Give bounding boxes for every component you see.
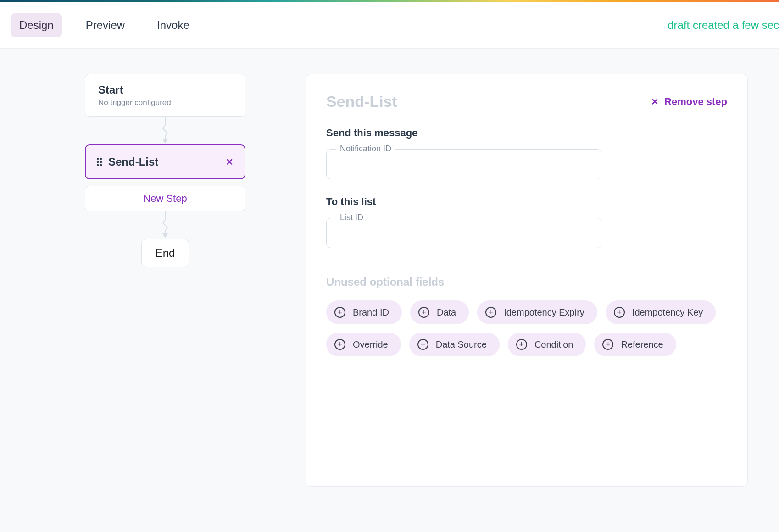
- plus-circle-icon: +: [516, 339, 527, 350]
- step-detail-panel: Send-List ✕ Remove step Send this messag…: [306, 74, 748, 487]
- remove-step-button[interactable]: ✕ Remove step: [651, 96, 727, 108]
- draft-status: draft created a few sec: [668, 19, 779, 32]
- optional-field-chips: + Brand ID + Data + Idempotency Expiry +…: [326, 300, 727, 356]
- plus-circle-icon: +: [614, 307, 625, 318]
- chip-brand-id[interactable]: + Brand ID: [326, 300, 402, 324]
- chip-label: Reference: [621, 339, 663, 350]
- end-node: End: [141, 239, 189, 267]
- start-node-subtitle: No trigger configured: [98, 98, 232, 107]
- chip-label: Data: [437, 307, 456, 318]
- section-to-list: To this list: [326, 196, 727, 208]
- chip-label: Data Source: [436, 339, 487, 350]
- tab-preview[interactable]: Preview: [78, 13, 133, 37]
- chip-data[interactable]: + Data: [410, 300, 469, 324]
- panel-title: Send-List: [326, 93, 397, 111]
- plus-circle-icon: +: [602, 339, 613, 350]
- list-id-input[interactable]: [326, 218, 601, 248]
- list-id-label: List ID: [336, 213, 367, 222]
- chip-label: Condition: [534, 339, 573, 350]
- flow-column: Start No trigger configured Send-List ✕ …: [85, 74, 245, 267]
- close-icon: ✕: [651, 96, 659, 107]
- remove-step-x-icon[interactable]: ✕: [226, 156, 234, 167]
- step-node-title: Send-List: [108, 155, 158, 168]
- chip-data-source[interactable]: + Data Source: [409, 332, 500, 356]
- chip-idempotency-key[interactable]: + Idempotency Key: [606, 300, 716, 324]
- chip-reference[interactable]: + Reference: [594, 332, 676, 356]
- drag-handle-icon[interactable]: [97, 158, 102, 166]
- optional-fields-title: Unused optional fields: [326, 276, 727, 288]
- start-node-title: Start: [98, 83, 232, 96]
- new-step-button[interactable]: New Step: [85, 186, 245, 211]
- chip-label: Brand ID: [353, 307, 389, 318]
- connector-arrow: [165, 211, 166, 239]
- tab-design[interactable]: Design: [11, 13, 62, 37]
- remove-step-label: Remove step: [664, 96, 727, 108]
- plus-circle-icon: +: [417, 339, 428, 350]
- workflow-canvas: Start No trigger configured Send-List ✕ …: [0, 49, 779, 532]
- tab-invoke[interactable]: Invoke: [149, 13, 198, 37]
- chip-idempotency-expiry[interactable]: + Idempotency Expiry: [477, 300, 597, 324]
- notification-id-label: Notification ID: [336, 144, 395, 154]
- section-send-message: Send this message: [326, 127, 727, 139]
- start-node[interactable]: Start No trigger configured: [85, 74, 245, 117]
- chip-label: Override: [353, 339, 388, 350]
- chip-override[interactable]: + Override: [326, 332, 401, 356]
- chip-condition[interactable]: + Condition: [508, 332, 586, 356]
- chip-label: Idempotency Expiry: [504, 307, 584, 318]
- connector-arrow: [165, 117, 166, 144]
- plus-circle-icon: +: [485, 307, 496, 318]
- chip-label: Idempotency Key: [632, 307, 703, 318]
- plus-circle-icon: +: [418, 307, 429, 318]
- tab-bar: Design Preview Invoke draft created a fe…: [0, 2, 779, 49]
- plus-circle-icon: +: [334, 339, 345, 350]
- step-node-send-list[interactable]: Send-List ✕: [85, 144, 245, 179]
- plus-circle-icon: +: [334, 307, 345, 318]
